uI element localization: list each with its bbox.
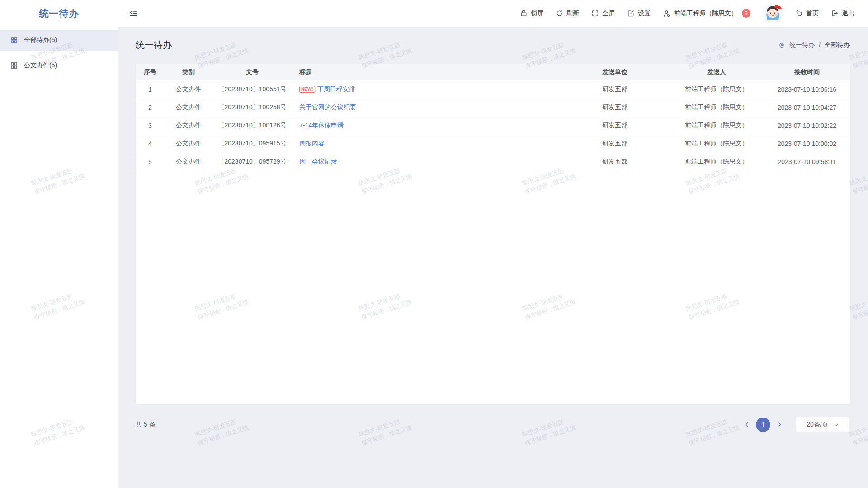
table-header-row: 序号 类别 文号 标题 发送单位 发送人 接收时间 [136, 64, 850, 80]
todo-count-badge: 5 [742, 9, 750, 18]
cell-time: 2023-07-10 10:02:22 [764, 117, 850, 135]
cell-time: 2023-07-10 10:06:16 [764, 80, 850, 99]
breadcrumb-current: 全部待办 [825, 41, 850, 49]
avatar-cartoon-icon [763, 3, 783, 23]
user-avatar[interactable] [763, 3, 783, 23]
breadcrumb: 统一待办 / 全部待办 [778, 41, 850, 49]
column-header-time: 接收时间 [764, 64, 850, 80]
cell-sender: 前端工程师（陈思文） [669, 135, 764, 153]
fullscreen-icon [591, 9, 599, 17]
sidebar: 全部待办(5) 公文办件(5) [0, 27, 118, 488]
page-size-select[interactable]: 20条/页 [796, 416, 850, 433]
cell-title: 周一会议记录 [292, 153, 561, 171]
refresh-button[interactable]: 刷新 [556, 9, 579, 18]
cell-doc-no: 〔20230710〕100258号 [212, 99, 292, 117]
todo-table-card: 序号 类别 文号 标题 发送单位 发送人 接收时间 1 公文办件 〔202307… [136, 64, 850, 404]
fullscreen-button[interactable]: 全屏 [591, 9, 615, 18]
cell-category: 公文办件 [165, 135, 212, 153]
cell-category: 公文办件 [165, 153, 212, 171]
collapse-sidebar-icon [129, 9, 138, 18]
breadcrumb-separator: / [819, 42, 821, 49]
cell-title: 周报内容 [292, 135, 561, 153]
column-header-unit: 发送单位 [561, 64, 669, 80]
settings-button[interactable]: 设置 [627, 9, 651, 18]
sidebar-item-label: 公文办件(5) [24, 61, 57, 70]
chevron-right-icon [777, 422, 783, 427]
doc-title-link[interactable]: 关于官网的会议纪要 [299, 103, 356, 111]
logout-button[interactable]: 退出 [831, 9, 854, 18]
cell-no: 3 [136, 117, 165, 135]
cell-title: 7-14年休假申请 [292, 117, 561, 135]
cell-unit: 研发五部 [561, 99, 669, 117]
cell-doc-no: 〔20230710〕100126号 [212, 117, 292, 135]
user-name-label: 前端工程师（陈思文） [674, 9, 737, 18]
lock-screen-button[interactable]: 锁屏 [520, 9, 543, 18]
prev-page-button[interactable] [741, 418, 753, 431]
next-page-button[interactable] [773, 418, 786, 431]
fullscreen-label: 全屏 [602, 9, 615, 18]
column-header-category: 类别 [165, 64, 212, 80]
cell-no: 4 [136, 135, 165, 153]
sidebar-item-all-todos[interactable]: 全部待办(5) [0, 30, 118, 51]
chevron-left-icon [744, 422, 750, 427]
app-logo: 统一待办 [0, 7, 118, 20]
cell-sender: 前端工程师（陈思文） [669, 80, 764, 99]
table-row: 2 公文办件 〔20230710〕100258号 关于官网的会议纪要 研发五部 … [136, 99, 850, 117]
cell-time: 2023-07-10 10:00:02 [764, 135, 850, 153]
pagination: 1 20条/页 [741, 416, 850, 433]
back-arrow-icon [795, 9, 803, 17]
cell-category: 公文办件 [165, 117, 212, 135]
cell-unit: 研发五部 [561, 153, 669, 171]
user-info[interactable]: 前端工程师（陈思文） 5 [663, 9, 750, 18]
cell-sender: 前端工程师（陈思文） [669, 153, 764, 171]
cell-doc-no: 〔20230710〕095729号 [212, 153, 292, 171]
doc-title-link[interactable]: 周一会议记录 [299, 158, 337, 165]
column-header-sender: 发送人 [669, 64, 764, 80]
cell-title: NEW!下周日程安排 [292, 80, 561, 99]
todo-table: 序号 类别 文号 标题 发送单位 发送人 接收时间 1 公文办件 〔202307… [136, 64, 850, 171]
grid-icon [10, 62, 18, 69]
cell-unit: 研发五部 [561, 135, 669, 153]
page-header: 统一待办 统一待办 / 全部待办 [136, 39, 850, 51]
logout-label: 退出 [842, 9, 854, 18]
cell-no: 5 [136, 153, 165, 171]
lock-screen-label: 锁屏 [531, 9, 543, 18]
location-pin-icon [778, 42, 785, 49]
cell-no: 2 [136, 99, 165, 117]
refresh-label: 刷新 [566, 9, 579, 18]
chevron-down-icon [834, 422, 839, 427]
top-bar: 统一待办 锁屏 [0, 0, 868, 27]
lock-icon [520, 9, 528, 17]
table-row: 5 公文办件 〔20230710〕095729号 周一会议记录 研发五部 前端工… [136, 153, 850, 171]
doc-title-link[interactable]: 7-14年休假申请 [299, 122, 344, 129]
sidebar-collapse-button[interactable] [129, 9, 138, 18]
cell-time: 2023-07-10 09:58:11 [764, 153, 850, 171]
main-content: 统一待办 统一待办 / 全部待办 序号 类别 文号 [118, 27, 868, 488]
cell-doc-no: 〔20230710〕100551号 [212, 80, 292, 99]
home-button[interactable]: 首页 [795, 9, 819, 18]
new-badge: NEW! [299, 86, 315, 93]
table-row: 1 公文办件 〔20230710〕100551号 NEW!下周日程安排 研发五部… [136, 80, 850, 99]
cell-title: 关于官网的会议纪要 [292, 99, 561, 117]
cell-sender: 前端工程师（陈思文） [669, 117, 764, 135]
column-header-doc-no: 文号 [212, 64, 292, 80]
edit-square-icon [627, 9, 635, 17]
page-number-button[interactable]: 1 [756, 418, 770, 432]
header-toolbar: 锁屏 刷新 全屏 [520, 3, 868, 23]
table-row: 4 公文办件 〔20230710〕095915号 周报内容 研发五部 前端工程师… [136, 135, 850, 153]
cell-category: 公文办件 [165, 99, 212, 117]
sidebar-item-official-docs[interactable]: 公文办件(5) [0, 55, 118, 76]
cell-unit: 研发五部 [561, 80, 669, 99]
sidebar-item-label: 全部待办(5) [24, 36, 57, 44]
doc-title-link[interactable]: 下周日程安排 [317, 85, 355, 93]
table-row: 3 公文办件 〔20230710〕100126号 7-14年休假申请 研发五部 … [136, 117, 850, 135]
home-label: 首页 [806, 9, 819, 18]
page-title: 统一待办 [136, 39, 172, 51]
user-icon [663, 9, 671, 18]
column-header-no: 序号 [136, 64, 165, 80]
cell-no: 1 [136, 80, 165, 99]
cell-category: 公文办件 [165, 80, 212, 99]
breadcrumb-root[interactable]: 统一待办 [789, 41, 815, 49]
doc-title-link[interactable]: 周报内容 [299, 140, 325, 147]
grid-icon [10, 37, 18, 44]
